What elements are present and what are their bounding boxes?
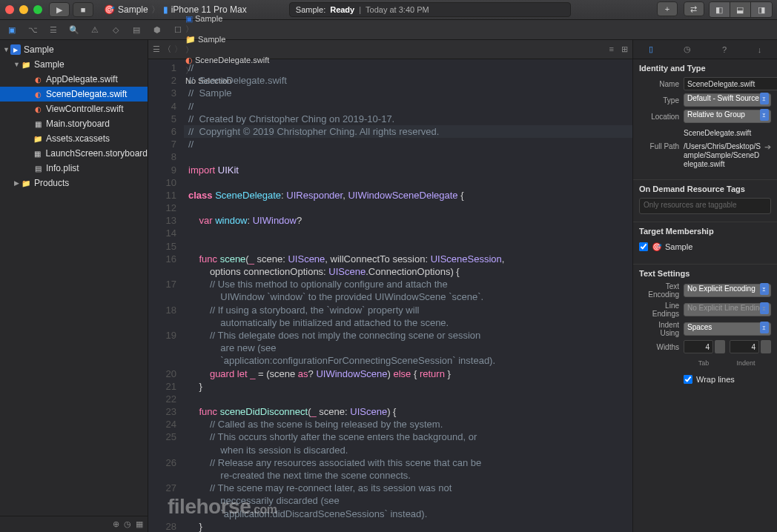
window-controls — [0, 5, 47, 14]
device-icon: ▮ — [163, 4, 168, 15]
code-review-button[interactable]: ⇄ — [684, 1, 704, 16]
file-item[interactable]: ▦LaunchScreen.storyboard — [0, 146, 148, 161]
odr-tags-input: Only resources are taggable — [639, 198, 771, 214]
full-path-value: /Users/Chris/Desktop/Sample/Sample/Scene… — [684, 142, 761, 169]
target-icon: 🎯 — [104, 4, 115, 15]
toggle-debug-button[interactable]: ⬓ — [730, 2, 751, 17]
file-item[interactable]: 📁Assets.xcassets — [0, 131, 148, 146]
location-file: SceneDelegate.swift — [684, 129, 771, 137]
group-folder[interactable]: ▼📁Sample — [0, 57, 148, 72]
jump-bar[interactable]: ☰ 〈 〉 ▣ Sample〉📁 Sample〉◐ SceneDelegate.… — [148, 40, 632, 59]
issue-navigator-icon[interactable]: ⚠ — [89, 24, 101, 36]
main-toolbar: ▶ ■ 🎯 Sample 〉 ▮ iPhone 11 Pro Max Sampl… — [0, 0, 777, 20]
status-prefix: Sample: — [296, 5, 325, 14]
inspector-tabs: ▯ ◷ ? ↓ — [633, 40, 777, 59]
add-editor-icon[interactable]: ⊞ — [621, 44, 628, 54]
related-items-icon[interactable]: ☰ — [153, 44, 160, 54]
project-root[interactable]: ▼▶Sample — [0, 42, 148, 57]
zoom-window-icon[interactable] — [33, 5, 42, 14]
quickhelp-inspector-icon[interactable]: ? — [722, 45, 727, 54]
tab-width-input[interactable] — [684, 340, 713, 353]
file-inspector-icon[interactable]: ▯ — [649, 44, 653, 54]
wrap-lines-label: Wrap lines — [696, 375, 735, 384]
stop-button[interactable]: ■ — [73, 2, 93, 17]
jumpbar-seg[interactable]: ▣ Sample — [185, 14, 269, 24]
file-item[interactable]: ◐AppDelegate.swift — [0, 72, 148, 87]
minimize-window-icon[interactable] — [19, 5, 28, 14]
indent-select[interactable]: Spaces — [684, 322, 771, 336]
file-type-select[interactable]: Default - Swift Source — [684, 93, 771, 107]
target-checkbox[interactable] — [639, 242, 648, 251]
close-window-icon[interactable] — [5, 5, 14, 14]
wrap-lines-checkbox[interactable] — [684, 375, 692, 384]
file-item[interactable]: ▤Info.plist — [0, 161, 148, 176]
editor-options-icon[interactable]: ≡ — [609, 44, 614, 54]
project-navigator: ▼▶Sample▼📁Sample◐AppDelegate.swift◐Scene… — [0, 40, 148, 532]
file-item[interactable]: ◐ViewController.swift — [0, 102, 148, 116]
symbol-navigator-icon[interactable]: ☰ — [47, 24, 59, 36]
navigator-tabbar: ▣ ⌥ ☰ 🔍 ⚠ ◇ ▤ ⬢ ☐ — [0, 20, 777, 40]
products-folder[interactable]: ▶📁Products — [0, 176, 148, 190]
watermark: filehorse.com — [168, 495, 277, 519]
line-endings-select[interactable]: No Explicit Line Endings — [684, 303, 771, 316]
activity-viewer[interactable]: Sample: Ready | Today at 3:40 PM — [289, 2, 571, 17]
location-select[interactable]: Relative to Group — [684, 110, 771, 123]
odr-section-title: On Demand Resource Tags — [639, 184, 771, 193]
reveal-icon[interactable]: ➔ — [764, 142, 771, 152]
file-item[interactable]: ◐SceneDelegate.swift — [0, 87, 148, 102]
text-settings-title: Text Settings — [639, 269, 771, 278]
breakpoint-navigator-icon[interactable]: ⬢ — [151, 24, 163, 36]
identity-section-title: Identity and Type — [639, 64, 771, 73]
file-item[interactable]: ▦Main.storyboard — [0, 116, 148, 131]
target-name: Sample — [665, 242, 692, 251]
panel-toggles: ◧ ⬓ ◨ — [709, 1, 773, 18]
indent-stepper[interactable] — [761, 340, 771, 353]
toggle-inspector-button[interactable]: ◨ — [751, 2, 772, 17]
run-button[interactable]: ▶ — [49, 2, 70, 17]
project-navigator-icon[interactable]: ▣ — [6, 24, 18, 36]
history-inspector-icon[interactable]: ◷ — [684, 44, 691, 54]
status-time: Today at 3:40 PM — [366, 5, 429, 14]
back-icon[interactable]: 〈 — [163, 44, 171, 55]
status-state: Ready — [330, 5, 354, 14]
toggle-navigator-button[interactable]: ◧ — [710, 2, 730, 17]
scm-filter-icon[interactable]: ▦ — [136, 519, 143, 529]
tab-stepper[interactable] — [715, 340, 725, 353]
scheme-target: Sample — [118, 4, 148, 15]
recent-filter-icon[interactable]: ◷ — [124, 519, 131, 529]
inspector-panel: ▯ ◷ ? ↓ Identity and Type Name TypeDefau… — [632, 40, 777, 532]
source-editor[interactable]: 1234567891011121314151617181920212223242… — [148, 59, 632, 532]
navigator-footer: ⊕ ◷ ▦ — [0, 516, 148, 532]
report-navigator-icon[interactable]: ☐ — [172, 24, 184, 36]
target-section-title: Target Membership — [639, 227, 771, 236]
find-navigator-icon[interactable]: 🔍 — [68, 24, 80, 36]
target-icon: 🎯 — [652, 242, 662, 252]
editor-area: ☰ 〈 〉 ▣ Sample〉📁 Sample〉◐ SceneDelegate.… — [148, 40, 632, 532]
forward-icon[interactable]: 〉 — [174, 44, 182, 55]
file-name-input[interactable] — [684, 77, 777, 90]
filter-icon[interactable]: ⊕ — [113, 519, 119, 529]
attributes-inspector-icon[interactable]: ↓ — [758, 45, 762, 54]
add-button[interactable]: + — [657, 1, 678, 16]
encoding-select[interactable]: No Explicit Encoding — [684, 284, 771, 297]
jumpbar-seg[interactable]: 📁 Sample — [185, 35, 269, 44]
line-gutter[interactable]: 1234567891011121314151617181920212223242… — [148, 59, 184, 532]
indent-width-input[interactable] — [730, 340, 759, 353]
source-control-icon[interactable]: ⌥ — [27, 24, 39, 36]
test-navigator-icon[interactable]: ◇ — [110, 24, 122, 36]
debug-navigator-icon[interactable]: ▤ — [130, 24, 142, 36]
